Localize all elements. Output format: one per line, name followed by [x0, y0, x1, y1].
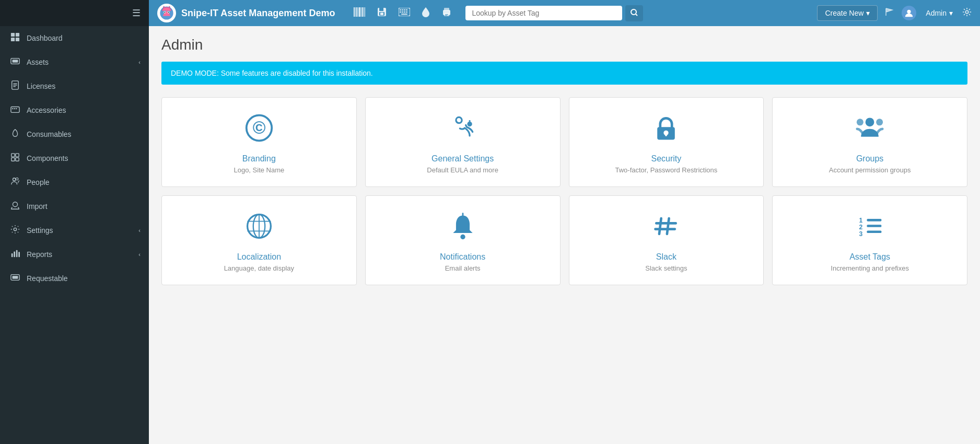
sidebar-item-people[interactable]: People	[0, 170, 149, 194]
card-groups-title: Groups	[856, 154, 883, 163]
svg-rect-10	[11, 107, 19, 113]
svg-rect-72	[666, 133, 668, 136]
card-general-title: General Settings	[431, 154, 494, 163]
assets-collapse-icon: ‹	[138, 59, 141, 65]
card-general-sub: Default EULA and more	[427, 166, 498, 174]
svg-rect-3	[16, 38, 19, 41]
svg-text:©: ©	[253, 118, 266, 137]
user-menu-button[interactable]: Admin ▾	[921, 7, 957, 19]
print-icon[interactable]	[439, 5, 454, 21]
card-notifications-title: Notifications	[440, 252, 485, 262]
card-asset-tags[interactable]: 1 2 3 Asset Tags Incrementing and prefix…	[772, 195, 967, 285]
settings-icon	[10, 225, 20, 236]
sidebar-item-accessories[interactable]: Accessories	[0, 98, 149, 122]
card-notifications[interactable]: Notifications Email alerts	[365, 195, 561, 285]
card-localization[interactable]: Localization Language, date display	[161, 195, 357, 285]
app-title: Snipe-IT Asset Management Demo	[181, 8, 335, 19]
sidebar-item-label: Assets	[27, 58, 138, 66]
svg-point-74	[876, 119, 883, 125]
navbar-quick-icons	[352, 4, 454, 22]
sidebar-item-import[interactable]: Import	[0, 194, 149, 218]
svg-rect-45	[380, 13, 383, 15]
card-security-title: Security	[651, 154, 681, 163]
create-new-dropdown-icon: ▾	[866, 9, 870, 17]
svg-point-20	[13, 202, 18, 207]
user-dropdown-icon: ▾	[949, 9, 953, 17]
page-title: Admin	[161, 37, 967, 53]
sidebar: ☰ Dashboard Assets ‹ Licenses Accessorie…	[0, 0, 149, 444]
search-button[interactable]	[625, 5, 643, 21]
svg-rect-40	[364, 7, 364, 17]
svg-line-84	[667, 218, 669, 234]
svg-rect-52	[402, 11, 403, 13]
svg-rect-38	[361, 7, 361, 17]
card-slack[interactable]: Slack Slack settings	[569, 195, 764, 285]
card-security-sub: Two-factor, Password Restrictions	[615, 166, 717, 174]
components-icon	[10, 153, 20, 164]
reports-collapse-icon: ‹	[138, 251, 141, 258]
svg-rect-5	[13, 60, 18, 62]
user-label: Admin	[926, 9, 947, 17]
search-container	[465, 5, 643, 21]
sidebar-item-label: Reports	[27, 250, 138, 259]
flag-icon[interactable]	[883, 6, 896, 21]
svg-text:2: 2	[859, 224, 863, 231]
navbar-settings-icon[interactable]	[962, 7, 972, 19]
sidebar-item-settings[interactable]: Settings ‹	[0, 218, 149, 242]
sidebar-item-assets[interactable]: Assets ‹	[0, 50, 149, 74]
people-icon	[10, 177, 20, 188]
settings-collapse-icon: ‹	[138, 227, 141, 233]
floppy-icon[interactable]	[375, 5, 389, 22]
navbar-right: Create New ▾ Admin ▾	[817, 5, 972, 21]
card-slack-sub: Slack settings	[645, 264, 687, 272]
brand-logo	[157, 4, 176, 22]
svg-line-83	[659, 218, 661, 234]
notifications-icon	[448, 212, 477, 245]
general-settings-icon	[448, 113, 477, 147]
branding-icon: ©	[244, 113, 274, 147]
reports-icon	[10, 249, 20, 260]
create-new-button[interactable]: Create New ▾	[817, 5, 878, 21]
sidebar-item-dashboard[interactable]: Dashboard	[0, 26, 149, 50]
svg-line-62	[636, 14, 637, 16]
sidebar-item-reports[interactable]: Reports ‹	[0, 242, 149, 266]
sidebar-item-label: People	[27, 178, 141, 186]
svg-point-63	[907, 10, 911, 14]
svg-rect-24	[16, 250, 18, 258]
svg-rect-0	[11, 33, 15, 37]
card-localization-sub: Language, date display	[224, 264, 294, 272]
svg-point-68	[467, 122, 472, 126]
card-general-settings[interactable]: General Settings Default EULA and more	[365, 97, 561, 187]
search-input[interactable]	[465, 6, 622, 20]
svg-rect-25	[18, 252, 20, 257]
svg-rect-33	[354, 7, 355, 17]
sidebar-item-components[interactable]: Components	[0, 146, 149, 170]
svg-point-73	[866, 118, 874, 126]
card-security[interactable]: Security Two-factor, Password Restrictio…	[569, 97, 764, 187]
svg-rect-43	[379, 8, 383, 11]
sidebar-item-requestable[interactable]: Requestable	[0, 266, 149, 290]
asset-tags-icon: 1 2 3	[855, 212, 884, 245]
assets-icon	[10, 56, 20, 68]
groups-icon	[855, 113, 884, 147]
requestable-icon	[10, 273, 20, 284]
sidebar-item-licenses[interactable]: Licenses	[0, 74, 149, 98]
barcode-icon[interactable]	[352, 5, 367, 21]
tint-icon[interactable]	[419, 4, 432, 22]
keyboard-icon[interactable]	[396, 6, 412, 21]
svg-rect-37	[359, 7, 360, 17]
top-navbar: Snipe-IT Asset Management Demo	[149, 0, 980, 26]
sidebar-item-label: Settings	[27, 226, 138, 235]
card-branding[interactable]: © Branding Logo, Site Name	[161, 97, 357, 187]
svg-rect-60	[445, 15, 447, 16]
svg-rect-47	[400, 9, 401, 10]
sidebar-item-consumables[interactable]: Consumables	[0, 122, 149, 146]
hamburger-icon[interactable]: ☰	[132, 7, 141, 19]
svg-point-64	[965, 10, 968, 13]
user-avatar	[902, 6, 916, 20]
sidebar-item-label: Licenses	[27, 82, 141, 90]
svg-point-18	[13, 178, 16, 181]
card-groups[interactable]: Groups Account permission groups	[772, 97, 967, 187]
svg-rect-1	[16, 33, 19, 37]
demo-banner: DEMO MODE: Some features are disabled fo…	[161, 62, 967, 85]
